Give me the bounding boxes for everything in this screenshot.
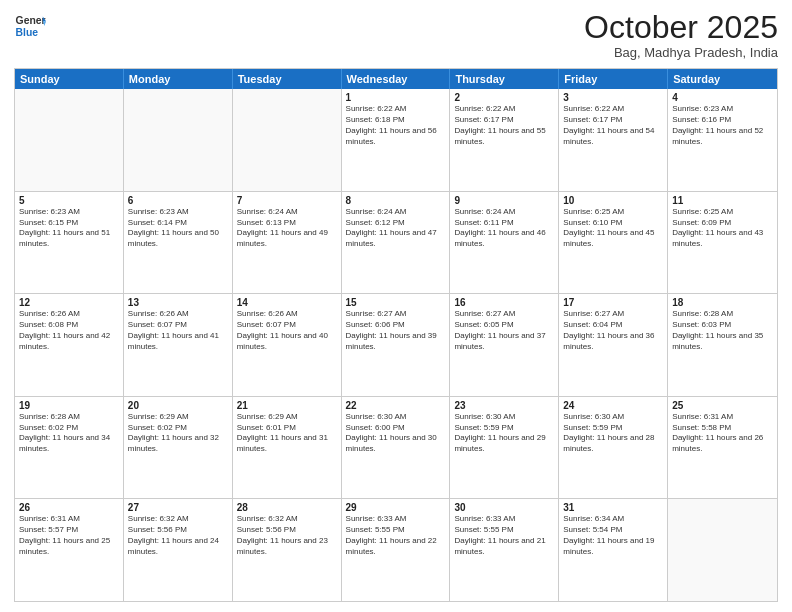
sunrise-text: Sunrise: 6:22 AM xyxy=(563,104,663,115)
daylight-text: Daylight: 11 hours and 24 minutes. xyxy=(128,536,228,558)
calendar-cell: 6Sunrise: 6:23 AMSunset: 6:14 PMDaylight… xyxy=(124,192,233,294)
sunrise-text: Sunrise: 6:26 AM xyxy=(19,309,119,320)
calendar-header: SundayMondayTuesdayWednesdayThursdayFrid… xyxy=(15,69,777,89)
calendar-cell: 30Sunrise: 6:33 AMSunset: 5:55 PMDayligh… xyxy=(450,499,559,601)
calendar-cell: 17Sunrise: 6:27 AMSunset: 6:04 PMDayligh… xyxy=(559,294,668,396)
sunrise-text: Sunrise: 6:29 AM xyxy=(128,412,228,423)
daylight-text: Daylight: 11 hours and 31 minutes. xyxy=(237,433,337,455)
sunset-text: Sunset: 5:55 PM xyxy=(346,525,446,536)
sunset-text: Sunset: 6:03 PM xyxy=(672,320,773,331)
sunset-text: Sunset: 6:18 PM xyxy=(346,115,446,126)
calendar-cell: 25Sunrise: 6:31 AMSunset: 5:58 PMDayligh… xyxy=(668,397,777,499)
weekday-header: Friday xyxy=(559,69,668,89)
sunrise-text: Sunrise: 6:26 AM xyxy=(237,309,337,320)
sunrise-text: Sunrise: 6:31 AM xyxy=(19,514,119,525)
daylight-text: Daylight: 11 hours and 42 minutes. xyxy=(19,331,119,353)
month-title: October 2025 xyxy=(584,10,778,45)
sunrise-text: Sunrise: 6:27 AM xyxy=(563,309,663,320)
day-number: 5 xyxy=(19,195,119,206)
sunrise-text: Sunrise: 6:24 AM xyxy=(454,207,554,218)
calendar-row: 12Sunrise: 6:26 AMSunset: 6:08 PMDayligh… xyxy=(15,293,777,396)
daylight-text: Daylight: 11 hours and 30 minutes. xyxy=(346,433,446,455)
sunset-text: Sunset: 6:10 PM xyxy=(563,218,663,229)
sunset-text: Sunset: 5:55 PM xyxy=(454,525,554,536)
sunrise-text: Sunrise: 6:34 AM xyxy=(563,514,663,525)
calendar-cell xyxy=(15,89,124,191)
sunset-text: Sunset: 6:13 PM xyxy=(237,218,337,229)
calendar-body: 1Sunrise: 6:22 AMSunset: 6:18 PMDaylight… xyxy=(15,89,777,601)
day-number: 8 xyxy=(346,195,446,206)
sunrise-text: Sunrise: 6:31 AM xyxy=(672,412,773,423)
day-number: 17 xyxy=(563,297,663,308)
weekday-header: Monday xyxy=(124,69,233,89)
daylight-text: Daylight: 11 hours and 56 minutes. xyxy=(346,126,446,148)
day-number: 12 xyxy=(19,297,119,308)
day-number: 3 xyxy=(563,92,663,103)
sunset-text: Sunset: 6:17 PM xyxy=(563,115,663,126)
sunset-text: Sunset: 6:02 PM xyxy=(19,423,119,434)
calendar-cell: 8Sunrise: 6:24 AMSunset: 6:12 PMDaylight… xyxy=(342,192,451,294)
calendar-cell: 13Sunrise: 6:26 AMSunset: 6:07 PMDayligh… xyxy=(124,294,233,396)
calendar-cell: 24Sunrise: 6:30 AMSunset: 5:59 PMDayligh… xyxy=(559,397,668,499)
sunset-text: Sunset: 6:11 PM xyxy=(454,218,554,229)
calendar-cell xyxy=(233,89,342,191)
daylight-text: Daylight: 11 hours and 22 minutes. xyxy=(346,536,446,558)
daylight-text: Daylight: 11 hours and 29 minutes. xyxy=(454,433,554,455)
daylight-text: Daylight: 11 hours and 23 minutes. xyxy=(237,536,337,558)
calendar-cell: 29Sunrise: 6:33 AMSunset: 5:55 PMDayligh… xyxy=(342,499,451,601)
daylight-text: Daylight: 11 hours and 28 minutes. xyxy=(563,433,663,455)
daylight-text: Daylight: 11 hours and 26 minutes. xyxy=(672,433,773,455)
day-number: 16 xyxy=(454,297,554,308)
sunset-text: Sunset: 5:59 PM xyxy=(454,423,554,434)
sunset-text: Sunset: 6:04 PM xyxy=(563,320,663,331)
sunrise-text: Sunrise: 6:32 AM xyxy=(237,514,337,525)
logo: General Blue xyxy=(14,10,46,42)
sunrise-text: Sunrise: 6:23 AM xyxy=(128,207,228,218)
daylight-text: Daylight: 11 hours and 32 minutes. xyxy=(128,433,228,455)
daylight-text: Daylight: 11 hours and 54 minutes. xyxy=(563,126,663,148)
sunrise-text: Sunrise: 6:33 AM xyxy=(346,514,446,525)
day-number: 24 xyxy=(563,400,663,411)
calendar-cell: 20Sunrise: 6:29 AMSunset: 6:02 PMDayligh… xyxy=(124,397,233,499)
sunrise-text: Sunrise: 6:23 AM xyxy=(672,104,773,115)
sunrise-text: Sunrise: 6:25 AM xyxy=(563,207,663,218)
day-number: 20 xyxy=(128,400,228,411)
calendar-cell: 23Sunrise: 6:30 AMSunset: 5:59 PMDayligh… xyxy=(450,397,559,499)
day-number: 29 xyxy=(346,502,446,513)
daylight-text: Daylight: 11 hours and 40 minutes. xyxy=(237,331,337,353)
calendar-row: 5Sunrise: 6:23 AMSunset: 6:15 PMDaylight… xyxy=(15,191,777,294)
daylight-text: Daylight: 11 hours and 50 minutes. xyxy=(128,228,228,250)
sunrise-text: Sunrise: 6:23 AM xyxy=(19,207,119,218)
sunrise-text: Sunrise: 6:28 AM xyxy=(672,309,773,320)
sunrise-text: Sunrise: 6:30 AM xyxy=(454,412,554,423)
day-number: 7 xyxy=(237,195,337,206)
day-number: 21 xyxy=(237,400,337,411)
day-number: 1 xyxy=(346,92,446,103)
sunrise-text: Sunrise: 6:22 AM xyxy=(346,104,446,115)
daylight-text: Daylight: 11 hours and 49 minutes. xyxy=(237,228,337,250)
calendar-cell: 9Sunrise: 6:24 AMSunset: 6:11 PMDaylight… xyxy=(450,192,559,294)
sunset-text: Sunset: 6:09 PM xyxy=(672,218,773,229)
calendar-cell: 1Sunrise: 6:22 AMSunset: 6:18 PMDaylight… xyxy=(342,89,451,191)
calendar-cell: 18Sunrise: 6:28 AMSunset: 6:03 PMDayligh… xyxy=(668,294,777,396)
calendar-row: 1Sunrise: 6:22 AMSunset: 6:18 PMDaylight… xyxy=(15,89,777,191)
day-number: 27 xyxy=(128,502,228,513)
day-number: 18 xyxy=(672,297,773,308)
day-number: 19 xyxy=(19,400,119,411)
sunset-text: Sunset: 5:57 PM xyxy=(19,525,119,536)
day-number: 14 xyxy=(237,297,337,308)
sunrise-text: Sunrise: 6:29 AM xyxy=(237,412,337,423)
sunset-text: Sunset: 6:15 PM xyxy=(19,218,119,229)
daylight-text: Daylight: 11 hours and 45 minutes. xyxy=(563,228,663,250)
logo-icon: General Blue xyxy=(14,10,46,42)
calendar-cell xyxy=(124,89,233,191)
daylight-text: Daylight: 11 hours and 34 minutes. xyxy=(19,433,119,455)
sunrise-text: Sunrise: 6:22 AM xyxy=(454,104,554,115)
sunrise-text: Sunrise: 6:28 AM xyxy=(19,412,119,423)
weekday-header: Saturday xyxy=(668,69,777,89)
sunset-text: Sunset: 6:07 PM xyxy=(237,320,337,331)
sunset-text: Sunset: 5:56 PM xyxy=(237,525,337,536)
sunrise-text: Sunrise: 6:24 AM xyxy=(237,207,337,218)
calendar-cell: 4Sunrise: 6:23 AMSunset: 6:16 PMDaylight… xyxy=(668,89,777,191)
sunrise-text: Sunrise: 6:24 AM xyxy=(346,207,446,218)
